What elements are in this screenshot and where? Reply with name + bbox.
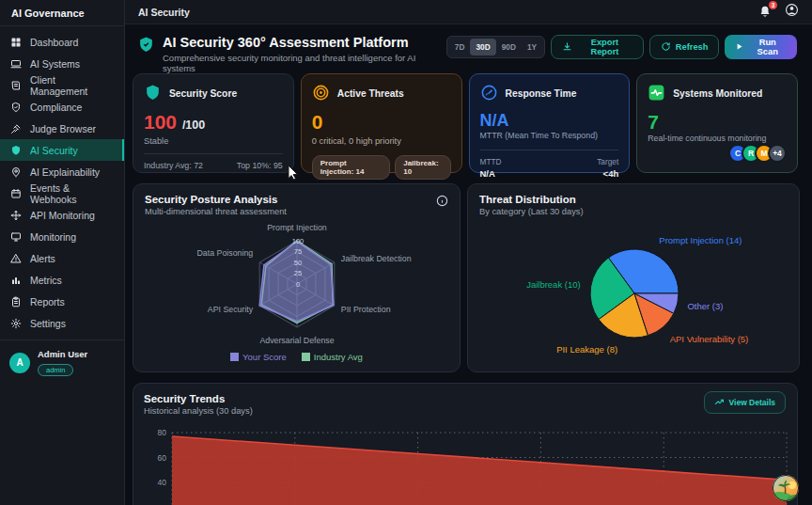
judge-browser-icon — [9, 122, 22, 134]
sidebar-item-client-management[interactable]: Client Management — [0, 74, 124, 96]
trend-chart: 806040 — [144, 423, 789, 505]
svg-text:Data Poisoning: Data Poisoning — [197, 248, 254, 258]
sidebar-item-reports[interactable]: Reports — [0, 291, 124, 312]
island-badge-icon — [772, 474, 800, 505]
pie-title: Threat Distribution — [479, 194, 788, 205]
sidebar-item-label: Client Management — [30, 74, 115, 97]
sidebar-item-label: Events & Webhooks — [30, 182, 115, 205]
card-title: Systems Monitored — [673, 88, 762, 99]
page-subtitle: Comprehensive security monitoring and th… — [163, 53, 446, 73]
sidebar-item-api-monitoring[interactable]: API Monitoring — [0, 204, 124, 226]
sidebar-item-compliance[interactable]: Compliance — [0, 96, 124, 118]
svg-text:40: 40 — [158, 478, 167, 487]
svg-text:Adversarial Defense: Adversarial Defense — [259, 336, 334, 345]
industry-avg: Industry Avg: 72 — [144, 161, 203, 170]
main-area: AI Security 3 — [125, 0, 812, 505]
sidebar-item-label: AI Security — [30, 145, 78, 156]
reports-icon — [9, 295, 22, 308]
svg-text:Prompt Injection (14): Prompt Injection (14) — [659, 235, 742, 245]
time-range-90d[interactable]: 90D — [496, 39, 522, 55]
topbar: AI Security 3 — [125, 0, 812, 24]
user-menu-button[interactable] — [785, 3, 799, 21]
card-title: Active Threats — [337, 88, 404, 99]
system-avatar: +4 — [768, 144, 787, 163]
sidebar-item-label: Monitoring — [30, 231, 76, 243]
time-range-selector: 7D30D90D1Y — [446, 36, 545, 58]
sidebar-item-label: Reports — [30, 296, 65, 308]
ai-explainability-icon — [9, 166, 22, 178]
sidebar-item-metrics[interactable]: Metrics — [0, 269, 124, 291]
trending-up-icon — [714, 397, 725, 409]
mttr-subtitle: MTTR (Mean Time To Respond) — [480, 131, 619, 140]
export-report-button[interactable]: Export Report — [551, 35, 644, 59]
response-time-value: N/A — [480, 112, 619, 129]
sidebar-item-judge-browser[interactable]: Judge Browser — [0, 118, 124, 139]
alerts-icon — [9, 252, 22, 264]
svg-text:25: 25 — [294, 269, 302, 277]
sidebar-nav: DashboardAI SystemsClient ManagementComp… — [0, 26, 124, 334]
sidebar-item-monitoring[interactable]: Monitoring — [0, 226, 124, 247]
sidebar-item-ai-explainability[interactable]: AI Explainability — [0, 161, 124, 182]
svg-text:Jailbreak Detection: Jailbreak Detection — [341, 254, 412, 263]
page-title: AI Security 360° Assessment Platform — [163, 35, 446, 50]
sidebar-item-events-webhooks[interactable]: Events & Webhooks — [0, 182, 124, 204]
notifications-button[interactable]: 3 — [758, 5, 773, 19]
sidebar-item-dashboard[interactable]: Dashboard — [0, 31, 124, 53]
active-threats-value: 0 — [312, 112, 451, 132]
ai-security-icon — [9, 144, 22, 156]
info-icon[interactable] — [436, 194, 448, 211]
sidebar-title: AI Governance — [0, 0, 124, 26]
sidebar-item-settings[interactable]: Settings — [0, 312, 124, 334]
legend-item: Your Score — [230, 352, 287, 362]
svg-text:API Vulnerability (5): API Vulnerability (5) — [670, 334, 749, 344]
svg-text:Other (3): Other (3) — [687, 301, 723, 311]
system-avatars: CRM+4 — [734, 144, 787, 163]
view-details-button[interactable]: View Details — [704, 391, 786, 414]
svg-text:Jailbreak (10): Jailbreak (10) — [526, 279, 581, 290]
user-name: Admin User — [38, 349, 87, 359]
svg-text:75: 75 — [294, 247, 302, 256]
radar-title: Security Posture Analysis — [145, 194, 448, 205]
threat-distribution-card: Threat Distribution By category (Last 30… — [467, 183, 800, 372]
radar-legend: Your ScoreIndustry Avg — [145, 352, 448, 362]
svg-text:60: 60 — [158, 453, 167, 463]
card-title: Response Time — [506, 88, 577, 99]
pie-chart: Prompt Injection (14)Jailbreak (10)PII L… — [479, 218, 788, 364]
security-score-value: 100 — [144, 111, 177, 133]
compliance-icon — [9, 101, 22, 113]
refresh-label: Refresh — [676, 42, 709, 52]
time-range-30d[interactable]: 30D — [470, 39, 495, 55]
client-management-icon — [9, 79, 22, 91]
sidebar-item-ai-security[interactable]: AI Security — [0, 139, 124, 161]
sidebar-item-ai-systems[interactable]: AI Systems — [0, 53, 124, 74]
svg-text:PII Leakage (8): PII Leakage (8) — [556, 344, 617, 355]
shield-logo-icon — [137, 36, 155, 57]
sidebar: AI Governance DashboardAI SystemsClient … — [0, 0, 125, 505]
mttd-value: N/A — [480, 168, 502, 179]
export-report-label: Export Report — [577, 38, 632, 56]
sidebar-item-label: API Monitoring — [30, 210, 95, 221]
security-score-max: /100 — [182, 118, 205, 132]
card-title: Security Score — [169, 88, 237, 99]
api-monitoring-icon — [9, 209, 22, 221]
refresh-button[interactable]: Refresh — [649, 35, 720, 59]
time-range-7d[interactable]: 7D — [449, 39, 471, 55]
svg-text:API Security: API Security — [208, 305, 254, 314]
sidebar-item-alerts[interactable]: Alerts — [0, 247, 124, 269]
threat-badge: Jailbreak: 10 — [395, 155, 450, 180]
app-root: AI Governance DashboardAI SystemsClient … — [0, 0, 812, 505]
role-badge: admin — [38, 364, 73, 376]
radar-chart: 0255075100Prompt InjectionJailbreak Dete… — [145, 216, 450, 348]
sidebar-item-label: Settings — [30, 318, 66, 329]
time-range-1y[interactable]: 1Y — [522, 39, 542, 55]
shield-icon — [144, 84, 162, 103]
score-trend: Stable — [144, 136, 283, 146]
pie-subtitle: By category (Last 30 days) — [479, 207, 788, 216]
user-section[interactable]: A Admin User admin — [0, 339, 124, 385]
settings-icon — [9, 317, 22, 329]
run-scan-button[interactable]: Run Scan — [725, 35, 797, 59]
systems-subtitle: Real-time continuous monitoring — [648, 134, 787, 143]
sidebar-item-label: Metrics — [30, 275, 62, 286]
svg-text:0: 0 — [296, 280, 300, 289]
top-ten: Top 10%: 95 — [237, 161, 283, 170]
